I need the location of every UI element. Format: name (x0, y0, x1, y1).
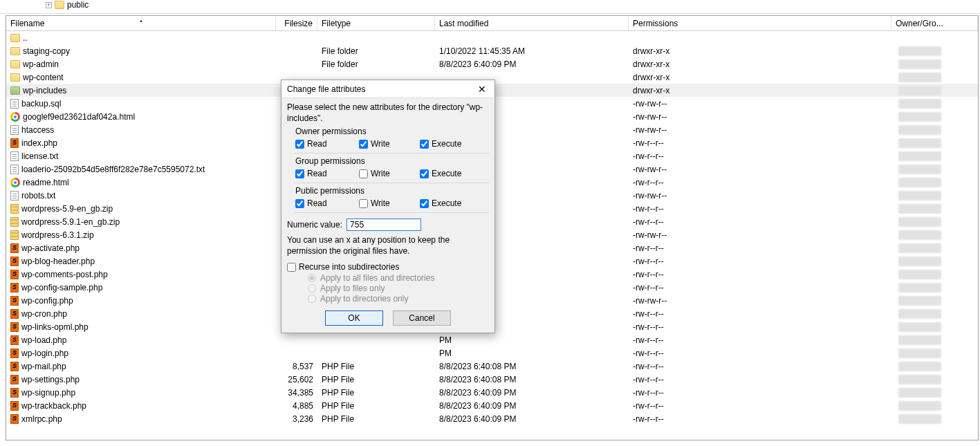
column-headers: Filename ▴ Filesize Filetype Last modifi… (6, 16, 978, 31)
file-owner (891, 401, 978, 411)
file-permissions: -rw-r--r-- (629, 388, 891, 398)
owner-write-checkbox[interactable]: Write (359, 139, 420, 149)
file-modified: 8/8/2023 6:40:08 PM (435, 362, 629, 371)
file-owner (891, 46, 978, 56)
file-permissions: -rw-rw-r-- (629, 112, 891, 122)
public-read-checkbox[interactable]: Read (295, 198, 359, 208)
php-file-icon (10, 335, 19, 345)
recurse-label: Recurse into subdirectories (299, 262, 399, 272)
file-name: wp-content (23, 73, 64, 82)
file-size: 3,236 (276, 414, 317, 424)
file-permissions: -rw-r--r-- (629, 243, 891, 253)
file-type: File folder (317, 46, 435, 56)
numeric-value-label: Numeric value: (287, 220, 342, 230)
table-row[interactable]: xmlrpc.php3,236PHP File8/8/2023 6:40:09 … (6, 412, 978, 425)
sort-ascending-icon: ▴ (140, 17, 142, 24)
text-file-icon (10, 191, 19, 201)
file-owner (891, 375, 978, 384)
file-permissions: drwxr-xr-x (629, 73, 891, 82)
apply-files-radio: Apply to files only (308, 284, 489, 293)
table-row[interactable]: wp-login.phpPM-rw-r--r-- (6, 346, 978, 360)
folder-icon (10, 86, 20, 95)
apply-all-radio: Apply to all files and directories (308, 273, 489, 283)
file-permissions: -rw-r--r-- (629, 309, 891, 319)
file-type: PHP File (317, 388, 435, 398)
file-list-panel: Filename ▴ Filesize Filetype Last modifi… (6, 15, 979, 440)
ok-button[interactable]: OK (325, 310, 383, 326)
table-row[interactable]: wp-trackback.php4,885PHP File8/8/2023 6:… (6, 399, 978, 412)
file-owner (891, 388, 978, 398)
folder-icon (10, 47, 20, 55)
file-name: wp-blog-header.php (21, 257, 95, 266)
file-permissions: -rw-r--r-- (629, 270, 891, 279)
file-owner (891, 73, 978, 82)
php-file-icon (10, 257, 19, 266)
php-file-icon (10, 349, 19, 358)
file-permissions: drwxr-xr-x (629, 86, 891, 95)
public-execute-checkbox[interactable]: Execute (420, 198, 482, 208)
numeric-note: You can use an x at any position to keep… (287, 235, 489, 257)
file-permissions: -rw-r--r-- (629, 204, 891, 214)
close-icon[interactable]: ✕ (475, 84, 489, 95)
file-permissions: -rw-r--r-- (629, 375, 891, 384)
folder-icon (10, 73, 20, 82)
php-file-icon (10, 309, 19, 319)
file-name: readme.html (23, 178, 69, 187)
zip-file-icon (10, 230, 19, 240)
file-owner (891, 125, 978, 135)
file-owner (891, 230, 978, 240)
file-permissions: drwxr-xr-x (629, 59, 891, 69)
table-row[interactable]: wp-load.phpPM-rw-r--r-- (6, 333, 978, 346)
file-name: wp-config.php (21, 296, 73, 306)
text-file-icon (10, 99, 19, 109)
file-name: wp-cron.php (21, 309, 67, 319)
file-owner (891, 178, 978, 187)
public-write-checkbox[interactable]: Write (359, 198, 420, 208)
file-name: wp-comments-post.php (21, 270, 108, 279)
file-name: robots.txt (21, 191, 55, 201)
file-size: 4,885 (276, 401, 317, 411)
file-owner (891, 99, 978, 109)
file-permissions: -rw-rw-r-- (629, 99, 891, 109)
expand-icon[interactable]: + (46, 2, 52, 8)
header-modified[interactable]: Last modified (435, 16, 629, 30)
header-permissions[interactable]: Permissions (629, 16, 891, 30)
header-owner[interactable]: Owner/Gro... (891, 16, 978, 30)
group-read-checkbox[interactable]: Read (295, 169, 359, 178)
table-row[interactable]: wp-signup.php34,385PHP File8/8/2023 6:40… (6, 386, 978, 399)
php-file-icon (10, 243, 19, 253)
owner-read-checkbox[interactable]: Read (295, 139, 359, 149)
file-modified: 8/8/2023 6:40:09 PM (435, 388, 629, 398)
file-name: loaderio-25092b54d5e8ff6f282e78e7c559507… (21, 165, 205, 174)
file-owner (891, 296, 978, 306)
chrome-icon (10, 178, 20, 187)
file-permissions: drwxr-xr-x (629, 46, 891, 56)
group-execute-checkbox[interactable]: Execute (420, 169, 482, 178)
folder-icon (55, 1, 64, 9)
numeric-value-input[interactable] (346, 219, 421, 231)
file-modified: 8/8/2023 6:40:09 PM (435, 401, 629, 411)
table-row[interactable]: wp-mail.php8,537PHP File8/8/2023 6:40:08… (6, 360, 978, 373)
table-row[interactable]: .. (6, 31, 978, 44)
recurse-options: Apply to all files and directories Apply… (308, 273, 489, 304)
table-row[interactable]: wp-settings.php25,602PHP File8/8/2023 6:… (6, 373, 978, 386)
file-modified: 8/8/2023 6:40:09 PM (435, 414, 629, 424)
file-modified: 8/8/2023 6:40:08 PM (435, 375, 629, 384)
dialog-titlebar[interactable]: Change file attributes ✕ (281, 80, 494, 98)
header-filename[interactable]: Filename ▴ (6, 16, 276, 30)
php-file-icon (10, 375, 19, 384)
php-file-icon (10, 283, 19, 292)
file-size: 34,385 (276, 388, 317, 398)
cancel-button[interactable]: Cancel (393, 310, 451, 326)
php-file-icon (10, 296, 19, 306)
table-row[interactable]: wp-adminFile folder8/8/2023 6:40:09 PMdr… (6, 57, 978, 71)
file-owner (891, 112, 978, 122)
header-filetype[interactable]: Filetype (317, 16, 435, 30)
tree-node-public[interactable]: + public (46, 0, 89, 10)
table-row[interactable]: staging-copyFile folder1/10/2022 11:45:3… (6, 44, 978, 57)
header-filesize[interactable]: Filesize (276, 16, 317, 30)
group-write-checkbox[interactable]: Write (359, 169, 420, 178)
file-name: staging-copy (23, 46, 70, 56)
owner-execute-checkbox[interactable]: Execute (420, 139, 482, 149)
recurse-checkbox[interactable] (287, 263, 296, 272)
